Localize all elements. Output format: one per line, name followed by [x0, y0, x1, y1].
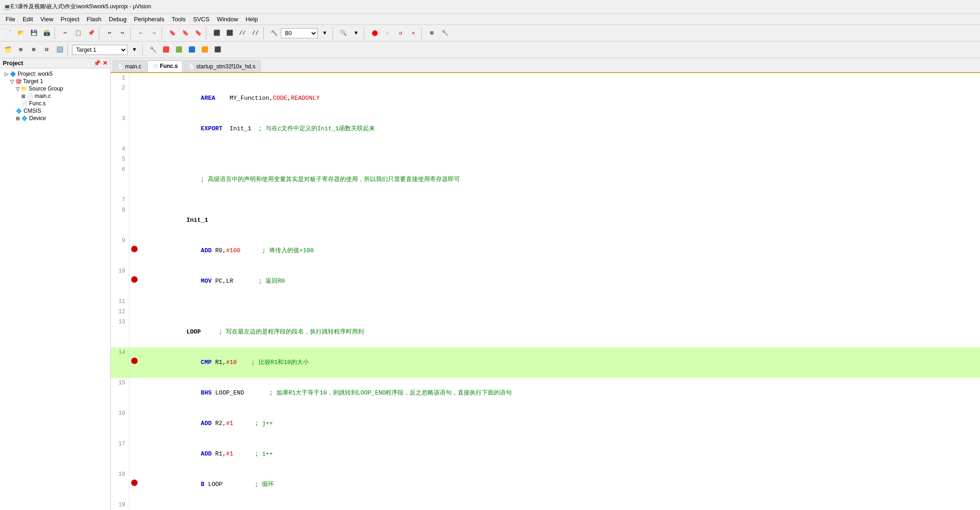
- cut-btn[interactable]: ✂️: [59, 27, 71, 39]
- save-all-btn[interactable]: 🗃️: [41, 27, 53, 39]
- code-text-14: CMP R1,#10 ; 比较R1和10的大小: [139, 347, 980, 378]
- copy-btn[interactable]: 📋: [72, 27, 84, 39]
- flash1-btn[interactable]: 🟥: [160, 44, 172, 56]
- layout-btn[interactable]: ⊞: [426, 27, 438, 39]
- kw-readonly: READONLY: [291, 95, 320, 102]
- menu-file[interactable]: File: [2, 15, 19, 24]
- tree-source-group[interactable]: ▽ 📁 Source Group: [0, 85, 110, 92]
- redo-btn[interactable]: ↪: [116, 27, 128, 39]
- config-select[interactable]: B0: [281, 28, 318, 38]
- menu-edit[interactable]: Edit: [19, 15, 36, 24]
- mainc-file-icon: 📄: [27, 93, 33, 99]
- tab-mainc[interactable]: 📄 main.c: [113, 60, 146, 72]
- reset-btn[interactable]: ↺: [394, 27, 406, 39]
- bp-18: [129, 469, 139, 500]
- code-line-17: 17 ADD R1,#1 ; i++: [111, 439, 980, 469]
- menu-tools[interactable]: Tools: [168, 15, 189, 24]
- template4-btn[interactable]: 🔠: [54, 44, 66, 56]
- menu-debug[interactable]: Debug: [105, 15, 130, 24]
- target-dropdown[interactable]: ▼: [128, 44, 140, 56]
- run-btn[interactable]: ⬤: [369, 27, 381, 39]
- menu-help[interactable]: Help: [242, 15, 262, 24]
- flash2-btn[interactable]: 🟩: [173, 44, 185, 56]
- config-dropdown[interactable]: ▼: [319, 27, 331, 39]
- breakpoint-10: [131, 276, 138, 283]
- comment-13: ; 写在最左边的是程序段的段名，执行跳转程序时用到: [219, 328, 364, 335]
- comment-16: ; j++: [255, 420, 273, 427]
- menu-window[interactable]: Window: [213, 15, 242, 24]
- code-editor[interactable]: 1 2 AREA MY_Function,CODE,READONLY 3: [111, 73, 980, 510]
- code-text-7: [139, 195, 980, 205]
- code-line-10: 10 MOV PC,LR ; 返回R0: [111, 266, 980, 297]
- flash3-btn[interactable]: 🟦: [186, 44, 198, 56]
- source-folder-icon: 📁: [21, 86, 27, 92]
- bookmark3-btn[interactable]: 🔖: [192, 27, 204, 39]
- nav-back-btn[interactable]: ←: [135, 27, 147, 39]
- menu-view[interactable]: View: [36, 15, 57, 24]
- new-file-btn[interactable]: 📄: [2, 27, 14, 39]
- bp-14: [129, 347, 139, 378]
- area-arg: MY_Function,: [215, 95, 273, 102]
- tree-funcs[interactable]: 📄 Func.s: [0, 100, 110, 107]
- stop-btn[interactable]: ○: [381, 27, 393, 39]
- tree-project[interactable]: ▷ 🔷 Project: work5: [0, 70, 110, 78]
- code-text-18: B LOOP ; 循环: [139, 469, 980, 500]
- funcs-label: Func.s: [29, 100, 46, 107]
- magic3-btn[interactable]: 🔧: [147, 44, 159, 56]
- target-select[interactable]: Target 1: [72, 45, 127, 55]
- bp-4: [129, 144, 139, 154]
- bp-17: [129, 439, 139, 469]
- menu-flash[interactable]: Flash: [83, 15, 105, 24]
- kw-cmp14: CMP: [187, 359, 212, 366]
- template3-btn[interactable]: ⊟: [41, 44, 53, 56]
- nav-fwd-btn[interactable]: →: [148, 27, 160, 39]
- tab-funcs-label: Func.s: [160, 63, 178, 69]
- menu-peripherals[interactable]: Peripherals: [130, 15, 168, 24]
- flash5-btn[interactable]: ⬛: [212, 44, 224, 56]
- bookmark2-btn[interactable]: 🔖: [179, 27, 191, 39]
- uncomment-btn[interactable]: //: [249, 27, 261, 39]
- code-text-6: ; 高级语言中的声明和使用变量其实是对板子寄存器的使用，所以我们只需要直接使用寄…: [139, 164, 980, 195]
- pin-icon[interactable]: 📌: [93, 60, 101, 67]
- flash4-btn[interactable]: 🟧: [199, 44, 211, 56]
- comment-btn[interactable]: //: [236, 27, 248, 39]
- device-expand-icon: ⊞: [16, 115, 20, 121]
- open-btn[interactable]: 📂: [15, 27, 27, 39]
- undo-btn[interactable]: ↩: [103, 27, 115, 39]
- tab-startup[interactable]: 📄 startup_stm32f10x_hd.s: [184, 60, 260, 72]
- line-num-13: 13: [111, 317, 129, 347]
- magic-btn[interactable]: 🔍: [337, 27, 349, 39]
- close-panel-icon[interactable]: ✕: [103, 60, 108, 67]
- tree-device[interactable]: ⊞ 💠 Device: [0, 115, 110, 122]
- line-num-9: 9: [111, 236, 129, 266]
- save-btn[interactable]: 💾: [28, 27, 40, 39]
- menu-svcs[interactable]: SVCS: [189, 15, 213, 24]
- magic2-btn[interactable]: ▼: [350, 27, 362, 39]
- tree-cmsis[interactable]: 💠 CMSIS: [0, 107, 110, 115]
- code-line-18: 18 B LOOP ; 循环: [111, 469, 980, 500]
- template-btn[interactable]: ⊞: [15, 44, 27, 56]
- sep1: [54, 27, 57, 39]
- outdent-btn[interactable]: ⬛: [224, 27, 236, 39]
- project-window-btn[interactable]: 🗂️: [2, 44, 14, 56]
- kw-area: AREA: [187, 95, 215, 102]
- tree-mainc[interactable]: ⊞ 📄 main.c: [0, 92, 110, 100]
- kill-btn[interactable]: ✕: [407, 27, 419, 39]
- line-num-8: 8: [111, 205, 129, 236]
- settings-btn[interactable]: 🔧: [439, 27, 451, 39]
- menu-project[interactable]: Project: [57, 15, 83, 24]
- bookmark1-btn[interactable]: 🔖: [166, 27, 178, 39]
- code-line-5: 5: [111, 154, 980, 164]
- code-line-3: 3 EXPORT Init_1 ; 与在c文件中定义的Init_1函数关联起来: [111, 114, 980, 144]
- titlebar: 💻 E:\课件及视频\嵌入式\作业\work5\work5.uvprojx - …: [0, 0, 980, 14]
- indent-btn[interactable]: ⬛: [211, 27, 223, 39]
- template2-btn[interactable]: ⊞: [28, 44, 40, 56]
- bp-11: [129, 297, 139, 307]
- tree-target[interactable]: ▽ 🎯 Target 1: [0, 78, 110, 85]
- project-tree: ▷ 🔷 Project: work5 ▽ 🎯 Target 1 ▽ 📁 Sour…: [0, 68, 110, 510]
- build-btn[interactable]: 🔨: [268, 27, 280, 39]
- tab-funcs[interactable]: 📄 Func.s: [147, 60, 183, 72]
- line-num-6: 6: [111, 164, 129, 195]
- paste-btn[interactable]: 📌: [85, 27, 97, 39]
- kw-10: #10: [226, 359, 236, 366]
